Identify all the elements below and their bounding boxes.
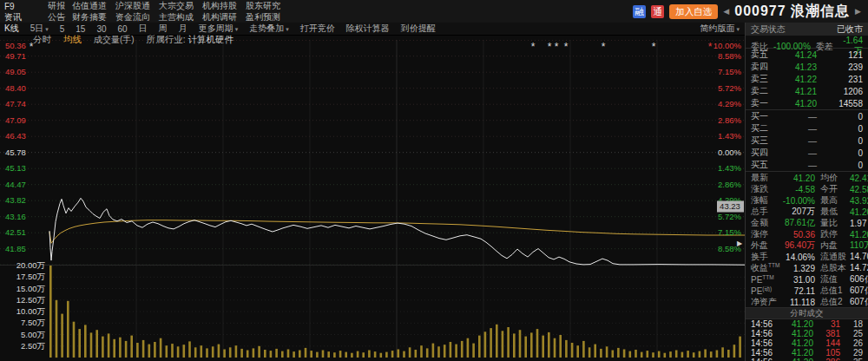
order-book-sell-row[interactable]: 卖五41.24121 <box>746 49 868 61</box>
menu-item[interactable]: 资金流向 <box>115 11 159 23</box>
signal-marker: * <box>602 41 606 53</box>
stat-label: 内盘 <box>815 240 850 252</box>
stat-value: 1.97 <box>850 219 866 228</box>
menu-item[interactable]: 主营构成 <box>159 11 202 23</box>
menu-item[interactable]: 机构调研 <box>202 11 246 23</box>
quote-stat-row: 涨幅-10.00%最高43.92 <box>746 194 868 206</box>
stat-label: 量比 <box>815 217 850 229</box>
stat-value: 207万 <box>777 206 815 218</box>
quote-panel: 交易状态 已收市 委比 -100.00% 委差 -1.64万 卖五41.2412… <box>745 23 868 361</box>
prev-stock-arrow-icon[interactable]: ◀ <box>723 7 729 16</box>
menu-item[interactable]: 财务摘要 <box>72 11 115 23</box>
stat-label: 总手 <box>751 206 777 218</box>
next-stock-arrow-icon[interactable]: ▶ <box>855 7 861 16</box>
order-book-buy-row[interactable]: 买四—0 <box>746 147 868 159</box>
tick-row: 14:5641.2038125 <box>746 329 868 338</box>
toolbar-item[interactable]: 60 <box>118 24 128 34</box>
percent-axis-label: 7.15% <box>718 227 741 237</box>
quote-stat-row: 涨停50.36跌停41.20 <box>746 228 868 240</box>
order-volume: 0 <box>817 136 863 146</box>
tick-list: 14:5641.20311814:5641.203812514:5641.201… <box>746 319 868 361</box>
order-book-sell-row[interactable]: 卖一41.2014558 <box>746 97 868 109</box>
stat-label: 跌停 <box>815 228 850 240</box>
quote-stat-row: PE(动)72.11总值1607亿 <box>746 285 868 296</box>
tick-volume: 144 <box>813 338 840 348</box>
stat-label: 均价 <box>815 172 850 184</box>
order-level-label: 买二 <box>751 122 777 135</box>
toolbar-item[interactable]: 5日▾ <box>30 23 49 35</box>
toolbar-item[interactable]: 更多周期▾ <box>199 23 239 35</box>
panel-collapse-handle[interactable]: ▶ <box>737 240 742 247</box>
stat-value: 72.11 <box>777 286 815 296</box>
order-volume: 0 <box>817 112 863 121</box>
order-volume: 239 <box>817 62 863 72</box>
order-book-sell-row[interactable]: 卖四41.23239 <box>746 61 868 73</box>
dropdown-caret-icon: ▾ <box>736 26 740 32</box>
add-to-watchlist-button[interactable]: 加入自选 <box>669 4 718 19</box>
toolbar-item[interactable]: 周 <box>159 23 168 35</box>
menu-item[interactable]: 资讯 <box>4 11 48 23</box>
menu-item[interactable]: F9 <box>4 2 48 11</box>
stat-label: 总值1 <box>815 285 850 297</box>
order-book-buy-row[interactable]: 买二—0 <box>746 122 868 135</box>
volume-axis-label: 2.50万 <box>21 341 45 351</box>
menu-item[interactable]: 估值通道 <box>72 0 115 12</box>
stock-connect-badge[interactable]: 通 <box>651 5 664 18</box>
order-volume: 0 <box>817 148 863 158</box>
order-level-label: 买四 <box>751 147 777 159</box>
menu-item[interactable]: 大宗交易 <box>159 0 202 12</box>
order-book-buy-row[interactable]: 买三—0 <box>746 135 868 147</box>
avg-price-tag: 43.23 <box>717 201 744 213</box>
toolbar-item[interactable]: 5 <box>60 24 65 34</box>
toolbar-item[interactable]: 15 <box>76 24 85 34</box>
toolbar-item[interactable]: K线 <box>4 23 19 35</box>
order-level-label: 卖五 <box>751 49 777 61</box>
stat-label: 换手 <box>751 251 777 263</box>
order-book-sell-row[interactable]: 卖二41.211206 <box>746 85 868 97</box>
stat-value: 31.00 <box>777 275 815 285</box>
stat-value: 87.61亿 <box>777 217 815 229</box>
percent-axis-label: 5.72% <box>718 212 741 221</box>
volume-axis-label: 17.50万 <box>16 272 46 281</box>
order-book-buy-row[interactable]: 买五—0 <box>746 159 868 171</box>
menu-item[interactable]: 研报 <box>48 0 72 12</box>
tick-volume: 31 <box>813 319 840 329</box>
tick-volume: 381 <box>813 329 840 338</box>
order-book-buy-row[interactable]: 买一—0 <box>746 110 868 122</box>
stat-label: 总值2 <box>815 296 850 308</box>
layout-dropdown[interactable]: 简约版面▾ <box>700 23 745 35</box>
intraday-chart[interactable]: 50.3649.7149.0548.4047.7447.0946.4345.78… <box>0 40 745 361</box>
order-volume: 14558 <box>817 99 863 108</box>
toolbar-item[interactable]: 到价提醒 <box>401 23 436 35</box>
toolbar-item[interactable]: 除权计算器 <box>346 23 390 35</box>
toolbar-item[interactable]: 打开竞价 <box>300 23 335 35</box>
toolbar-item[interactable]: 30 <box>96 24 106 34</box>
signal-marker: * <box>30 41 34 53</box>
price-axis-label: 44.47 <box>5 180 26 189</box>
margin-trading-badge[interactable]: 融 <box>633 5 646 18</box>
tick-volume: 105 <box>813 348 840 358</box>
tick-time: 14:56 <box>751 358 777 361</box>
stock-title: 000977 浪潮信息 <box>734 3 850 21</box>
stat-value: 14.70亿 <box>850 251 868 263</box>
menu-item[interactable]: 沪深股通 <box>115 0 159 12</box>
tick-time: 14:56 <box>751 348 777 358</box>
volume-axis-label: 20.00万 <box>16 260 46 270</box>
tick-count: 25 <box>840 329 863 338</box>
percent-axis-label: 7.15% <box>718 67 741 76</box>
toolbar-item[interactable]: 月 <box>179 23 187 35</box>
order-imbalance-row: 委比 -100.00% 委差 -1.64万 <box>746 36 868 49</box>
toolbar-item[interactable]: 走势叠加▾ <box>249 23 289 35</box>
tick-count: 18 <box>840 319 863 329</box>
menu-item[interactable]: 公告 <box>48 11 72 23</box>
percent-axis-label: 1.43% <box>718 163 741 173</box>
menu-item[interactable]: 机构持股 <box>202 0 246 12</box>
stat-value: 606亿 <box>850 273 868 286</box>
quote-stat-row: PETTM31.00流值606亿 <box>746 273 868 285</box>
stat-value: 43.92 <box>850 196 868 206</box>
order-book-sell-row[interactable]: 卖三41.22231 <box>746 73 868 85</box>
svg-text:43.23: 43.23 <box>720 201 740 211</box>
toolbar-item[interactable]: 日 <box>139 23 148 35</box>
dropdown-caret-icon: ▾ <box>286 26 289 32</box>
order-volume: 121 <box>817 50 863 60</box>
